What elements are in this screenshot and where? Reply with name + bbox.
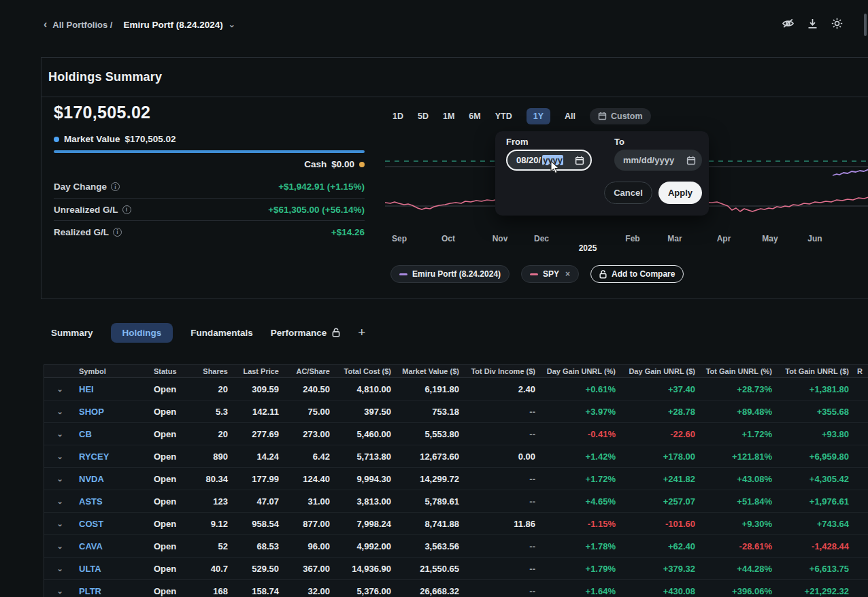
day-gain-pct-cell: +4.65% bbox=[539, 496, 620, 507]
day-gain-usd-cell: +379.32 bbox=[620, 564, 699, 574]
day-gain-pct-cell: +0.61% bbox=[539, 384, 620, 394]
remove-series-icon[interactable]: × bbox=[565, 269, 570, 279]
to-label: To bbox=[614, 137, 624, 147]
info-icon[interactable]: i bbox=[113, 228, 122, 237]
expand-row-icon[interactable]: ⌄ bbox=[44, 385, 76, 394]
range-1y[interactable]: 1Y bbox=[527, 108, 550, 124]
column-header: AC/Share bbox=[283, 367, 334, 375]
table-row[interactable]: ⌄COSTOpen9.12958.54877.007,998.248,741.8… bbox=[44, 513, 868, 535]
symbol-cell: ULTA bbox=[76, 564, 144, 574]
range-1m[interactable]: 1M bbox=[443, 112, 454, 121]
day-gain-pct-cell: +1.79% bbox=[539, 564, 620, 574]
table-row[interactable]: ⌄SHOPOpen5.3142.1175.00397.50753.18--+3.… bbox=[44, 400, 868, 423]
calendar-icon[interactable] bbox=[575, 156, 584, 165]
range-6m[interactable]: 6M bbox=[469, 112, 480, 121]
cash-label: Cash bbox=[304, 159, 327, 169]
column-header: Symbol bbox=[76, 367, 144, 375]
hide-values-icon[interactable] bbox=[782, 17, 795, 30]
symbol-cell: NVDA bbox=[76, 474, 144, 484]
expand-row-icon[interactable]: ⌄ bbox=[44, 564, 76, 573]
tot-gain-usd-cell: +1,976.61 bbox=[776, 496, 853, 507]
view-tabs: SummaryHoldingsFundamentalsPerformance+ bbox=[51, 322, 365, 343]
tot-gain-pct-cell: +1.72% bbox=[699, 429, 776, 439]
legend-chip-emiru[interactable]: Emiru Portf (8.24.2024) bbox=[390, 265, 510, 283]
market-value-cell: 8,741.88 bbox=[395, 519, 463, 529]
day-gain-usd-cell: +430.08 bbox=[620, 586, 699, 596]
shares-cell: 40.7 bbox=[188, 564, 232, 574]
to-date-placeholder: mm/dd/yyyy bbox=[623, 155, 674, 165]
tab-summary[interactable]: Summary bbox=[51, 328, 93, 338]
breadcrumb-all-portfolios[interactable]: All Portfolios / bbox=[52, 20, 112, 30]
card-title: Holdings Summary bbox=[48, 70, 162, 84]
table-row[interactable]: ⌄NVDAOpen80.34177.99124.409,994.3014,299… bbox=[44, 468, 868, 490]
lock-icon bbox=[332, 328, 340, 337]
tot-div-income-cell: -- bbox=[463, 429, 539, 439]
cancel-button[interactable]: Cancel bbox=[604, 182, 652, 204]
expand-row-icon[interactable]: ⌄ bbox=[44, 452, 76, 461]
legend-chip-spy[interactable]: SPY× bbox=[521, 265, 579, 283]
table-row[interactable]: ⌄PLTROpen168158.7432.005,376.0026,668.32… bbox=[44, 580, 868, 597]
expand-row-icon[interactable]: ⌄ bbox=[44, 497, 76, 506]
top-bar: ‹ All Portfolios / Emiru Portf (8.24.202… bbox=[0, 0, 868, 41]
settings-gear-icon[interactable] bbox=[831, 17, 844, 30]
tot-gain-pct-cell: +396.06% bbox=[699, 586, 776, 596]
last-price-cell: 14.24 bbox=[232, 451, 283, 462]
back-chevron-icon[interactable]: ‹ bbox=[44, 19, 47, 30]
expand-row-icon[interactable]: ⌄ bbox=[44, 542, 76, 551]
metric-label: Realized G/Li bbox=[54, 227, 122, 237]
expand-row-icon[interactable]: ⌄ bbox=[44, 407, 76, 416]
last-price-cell: 277.69 bbox=[232, 429, 283, 439]
add-tab-button[interactable]: + bbox=[358, 325, 365, 340]
expand-row-icon[interactable]: ⌄ bbox=[44, 475, 76, 483]
tot-gain-usd-cell: +6,959.80 bbox=[776, 451, 853, 462]
info-icon[interactable]: i bbox=[122, 205, 131, 214]
status-cell: Open bbox=[144, 429, 188, 439]
chevron-down-icon[interactable]: ⌄ bbox=[229, 20, 235, 29]
summary-metric-row: Day Changei+$1,942.91 (+1.15%) bbox=[54, 175, 365, 198]
summary-panel: $170,505.02 Market Value $170,505.02 Cas… bbox=[54, 103, 365, 243]
holdings-table: SymbolStatusSharesLast PriceAC/ShareTota… bbox=[44, 364, 868, 597]
add-to-compare-button[interactable]: Add to Compare bbox=[590, 265, 684, 283]
download-icon[interactable] bbox=[806, 17, 819, 30]
expand-row-icon[interactable]: ⌄ bbox=[44, 519, 76, 528]
expand-row-icon[interactable]: ⌄ bbox=[44, 430, 76, 439]
table-row[interactable]: ⌄ASTSOpen12347.0731.003,813.005,789.61--… bbox=[44, 490, 868, 513]
apply-button[interactable]: Apply bbox=[658, 182, 702, 204]
range-ytd[interactable]: YTD bbox=[495, 112, 512, 121]
add-to-compare-label: Add to Compare bbox=[612, 269, 675, 279]
calendar-icon bbox=[598, 112, 607, 120]
summary-metric-row: Realized G/Li+$14.26 bbox=[54, 220, 365, 243]
vertical-scrollbar[interactable] bbox=[864, 14, 867, 36]
custom-range-button[interactable]: Custom bbox=[590, 108, 651, 124]
column-header: Status bbox=[144, 367, 188, 375]
market-value-row: Market Value $170,505.02 bbox=[54, 134, 365, 144]
x-axis-label: 2025 bbox=[579, 243, 597, 253]
table-row[interactable]: ⌄CBOpen20277.69273.005,460.005,553.80---… bbox=[44, 423, 868, 445]
column-header: Tot Gain UNRL ($) bbox=[776, 367, 853, 375]
from-date-input[interactable]: 08/20/yyyy bbox=[506, 150, 592, 171]
x-axis-label: Dec bbox=[534, 234, 549, 243]
column-header: Last Price bbox=[232, 367, 283, 375]
tot-gain-pct-cell: -28.61% bbox=[699, 541, 776, 551]
market-value-cell: 26,668.32 bbox=[395, 586, 463, 596]
tab-performance[interactable]: Performance bbox=[271, 328, 341, 338]
info-icon[interactable]: i bbox=[111, 182, 120, 191]
breadcrumb-current-portfolio[interactable]: Emiru Portf (8.24.2024) bbox=[123, 20, 222, 30]
series-color-dash bbox=[530, 273, 538, 275]
status-cell: Open bbox=[144, 407, 188, 417]
range-1d[interactable]: 1D bbox=[393, 112, 403, 121]
calendar-icon[interactable] bbox=[686, 156, 696, 165]
table-row[interactable]: ⌄ULTAOpen40.7529.50367.0014,936.9021,550… bbox=[44, 558, 868, 580]
tab-fundamentals[interactable]: Fundamentals bbox=[190, 328, 253, 338]
table-row[interactable]: ⌄CAVAOpen5268.5396.004,992.003,563.56--+… bbox=[44, 535, 868, 558]
card-header-divider bbox=[41, 97, 868, 97]
tot-gain-pct-cell: +89.48% bbox=[699, 407, 776, 417]
x-axis-label: May bbox=[762, 234, 778, 243]
table-row[interactable]: ⌄RYCEYOpen89014.246.425,713.8012,673.600… bbox=[44, 445, 868, 468]
expand-row-icon[interactable]: ⌄ bbox=[44, 587, 76, 596]
range-all[interactable]: All bbox=[565, 112, 575, 121]
range-5d[interactable]: 5D bbox=[418, 112, 429, 121]
table-row[interactable]: ⌄HEIOpen20309.59240.504,810.006,191.802.… bbox=[44, 378, 868, 400]
to-date-input[interactable]: mm/dd/yyyy bbox=[614, 150, 702, 171]
tab-holdings[interactable]: Holdings bbox=[111, 323, 173, 343]
